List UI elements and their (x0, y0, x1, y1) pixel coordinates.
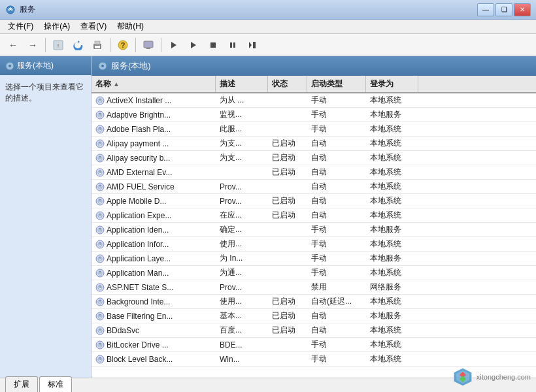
col-desc[interactable]: 描述 (216, 76, 268, 92)
forward-button[interactable]: → (24, 37, 42, 54)
service-cell: 自动 (307, 309, 366, 323)
menu-file[interactable]: 文件(F) (3, 20, 39, 33)
table-row[interactable]: Block Level Back...Win...手动本地系统 (92, 352, 536, 367)
service-cell: Prov... (216, 180, 268, 193)
table-row[interactable]: Application Laye...为 In...手动本地服务 (92, 252, 536, 266)
restore-button[interactable]: ❑ (495, 3, 512, 16)
col-login[interactable]: 登录为 (366, 76, 418, 92)
table-row[interactable]: Adaptive Brightn...监视...手动本地服务 (92, 108, 536, 122)
close-button[interactable]: ✕ (514, 3, 531, 16)
refresh-button[interactable] (69, 37, 87, 54)
service-cell: 为支... (216, 151, 268, 165)
service-name-cell: Background Inte... (92, 295, 216, 308)
toolbar-sep-2 (110, 38, 110, 52)
service-name-cell: Base Filtering En... (92, 309, 216, 323)
service-name-cell: Application Man... (92, 266, 216, 280)
pause-button[interactable] (224, 37, 242, 54)
table-row[interactable]: BDdaSvc百度...已启动自动本地系统 (92, 323, 536, 338)
col-status[interactable]: 状态 (268, 76, 307, 92)
service-cell: Prov... (216, 280, 268, 294)
help-button[interactable]: ? (114, 37, 132, 54)
service-cell: 本地系统 (366, 165, 418, 179)
service-cell: 手动 (307, 237, 366, 251)
svg-rect-13 (230, 42, 232, 48)
computer-button[interactable] (139, 37, 158, 54)
menu-bar: 文件(F) 操作(A) 查看(V) 帮助(H) (0, 20, 536, 34)
col-name[interactable]: 名称 ▲ (92, 76, 216, 92)
table-row[interactable]: AMD FUEL ServiceProv...自动本地系统 (92, 180, 536, 194)
table-row[interactable]: ActiveX Installer ...为从 ...手动本地系统 (92, 93, 536, 108)
service-cell: 手动 (307, 108, 366, 122)
service-cell: 监视... (216, 108, 268, 122)
svg-point-18 (8, 65, 11, 67)
table-row[interactable]: BitLocker Drive ...BDE...手动本地系统 (92, 338, 536, 352)
table-row[interactable]: Application Iden...确定...手动本地服务 (92, 223, 536, 237)
table-row[interactable]: Application Man...为通...手动本地系统 (92, 266, 536, 280)
service-cell: 手动 (307, 338, 366, 351)
back-button[interactable]: ← (4, 37, 22, 54)
minimize-button[interactable]: — (477, 3, 494, 16)
menu-action[interactable]: 操作(A) (39, 20, 75, 33)
up-button[interactable]: ↑ (49, 37, 67, 54)
service-cell: 本地系统 (366, 137, 418, 150)
resume-button[interactable] (243, 37, 261, 54)
svg-point-0 (7, 6, 14, 14)
service-name-cell: BitLocker Drive ... (92, 338, 216, 351)
svg-rect-9 (146, 48, 150, 49)
service-name-cell: Block Level Back... (92, 352, 216, 366)
services-table[interactable]: 名称 ▲ 描述 状态 启动类型 登录为 (92, 76, 536, 378)
play-button[interactable] (165, 37, 183, 54)
table-row[interactable]: Alipay security b...为支...已启动自动本地系统 (92, 151, 536, 165)
table-row[interactable]: ASP.NET State S...Prov...禁用网络服务 (92, 280, 536, 295)
toolbar-sep-4 (161, 38, 161, 52)
table-row[interactable]: Application Infor...使用...手动本地系统 (92, 237, 536, 252)
service-cell: 本地系统 (366, 266, 418, 280)
service-name-cell: Application Iden... (92, 223, 216, 237)
table-row[interactable]: Apple Mobile D...Prov...已启动自动本地系统 (92, 194, 536, 208)
table-row[interactable]: Alipay payment ...为支...已启动自动本地系统 (92, 137, 536, 151)
table-row[interactable]: Adobe Flash Pla...此服...手动本地系统 (92, 122, 536, 137)
service-cell: 本地系统 (366, 122, 418, 136)
stop-button[interactable] (204, 37, 222, 54)
toolbar: ← → ↑ ? (0, 34, 536, 56)
col-startup[interactable]: 启动类型 (307, 76, 366, 92)
service-cell (268, 180, 307, 193)
play2-button[interactable] (184, 37, 203, 54)
menu-view[interactable]: 查看(V) (75, 20, 112, 33)
svg-rect-16 (253, 42, 256, 48)
service-cell: 手动 (307, 352, 366, 366)
service-cell: 使用... (216, 237, 268, 251)
service-cell: 手动 (307, 266, 366, 280)
tab-standard[interactable]: 标准 (39, 376, 72, 392)
title-bar: 服务 — ❑ ✕ (0, 0, 536, 20)
service-cell: 此服... (216, 122, 268, 136)
service-name-cell: ActiveX Installer ... (92, 93, 216, 107)
tab-expand[interactable]: 扩展 (5, 376, 38, 392)
service-cell: 本地系统 (366, 208, 418, 222)
svg-marker-15 (249, 42, 252, 48)
menu-help[interactable]: 帮助(H) (112, 20, 149, 33)
table-row[interactable]: Background Inte...使用...已启动自动(延迟...本地系统 (92, 295, 536, 309)
service-cell: 本地系统 (366, 194, 418, 208)
service-name-cell: Application Expe... (92, 208, 216, 222)
service-cell (268, 93, 307, 107)
service-cell: 自动(延迟... (307, 295, 366, 308)
service-cell: 自动 (307, 194, 366, 208)
service-cell: 本地系统 (366, 237, 418, 251)
svg-rect-12 (210, 42, 216, 48)
service-cell: 手动 (307, 122, 366, 136)
service-cell (268, 252, 307, 265)
table-row[interactable]: AMD External Ev...已启动自动本地系统 (92, 165, 536, 180)
svg-text:↑: ↑ (57, 42, 60, 49)
table-row[interactable]: Base Filtering En...基本...已启动自动本地服务 (92, 309, 536, 323)
service-cell: 手动 (307, 93, 366, 107)
print-button[interactable] (88, 37, 107, 54)
watermark: xitongcheng.com (453, 367, 531, 387)
service-cell: 本地系统 (366, 180, 418, 193)
service-cell: 本地系统 (366, 295, 418, 308)
service-cell: 已启动 (268, 323, 307, 337)
service-cell: 已启动 (268, 194, 307, 208)
service-cell: 自动 (307, 208, 366, 222)
service-cell: 已启动 (268, 309, 307, 323)
table-row[interactable]: Application Expe...在应...已启动自动本地系统 (92, 208, 536, 223)
